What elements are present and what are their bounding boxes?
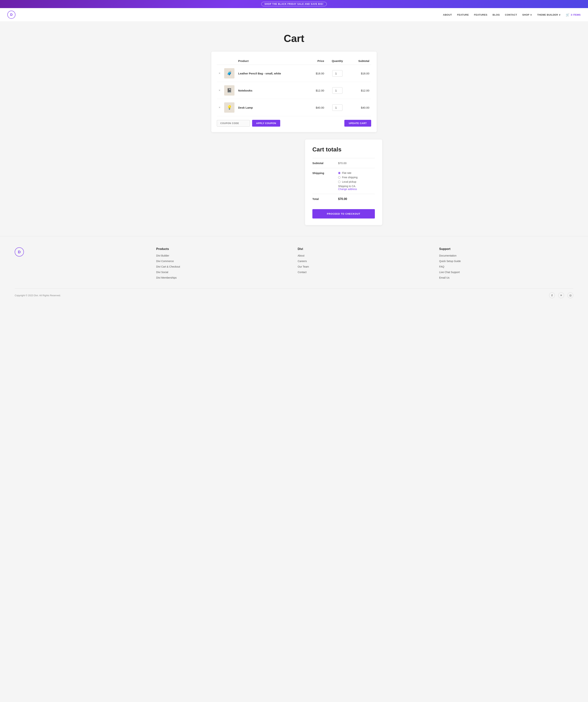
shipping-label: Shipping [312, 171, 338, 174]
footer-link[interactable]: About [298, 254, 305, 257]
quantity-input[interactable] [332, 87, 343, 94]
nav-blog[interactable]: BLOG [493, 13, 500, 16]
footer-col-divi: Divi AboutCareersOur TeamContact [298, 247, 432, 279]
remove-item-button[interactable]: × [219, 106, 220, 109]
remove-item-button[interactable]: × [219, 89, 220, 92]
col-price: Price [308, 57, 326, 65]
footer-link[interactable]: Our Team [298, 265, 309, 268]
logo[interactable]: D [7, 11, 15, 19]
cart-actions: APPLY COUPON UPDATE CART [217, 120, 371, 127]
footer-link[interactable]: FAQ [439, 265, 444, 268]
footer-link[interactable]: Careers [298, 260, 307, 263]
update-cart-button[interactable]: UPDATE CART [344, 120, 371, 127]
total-label: Total [312, 197, 338, 201]
list-item: Email Us [439, 276, 573, 279]
footer-link[interactable]: Divi Memberships [156, 276, 177, 279]
footer-link[interactable]: Divi Social [156, 271, 168, 274]
product-name-cell: Notebooks [236, 82, 308, 99]
thumb-cell: 📓 [222, 82, 236, 99]
nav-contact[interactable]: CONTACT [505, 13, 517, 16]
footer-link[interactable]: Documentation [439, 254, 456, 257]
list-item: FAQ [439, 265, 573, 268]
remove-cell: × [217, 65, 222, 82]
product-thumbnail: 🧳 [224, 68, 234, 79]
nav-features[interactable]: FEATURES [474, 13, 487, 16]
quantity-input[interactable] [332, 70, 343, 77]
footer-link[interactable]: Email Us [439, 276, 450, 279]
price-cell: $40.00 [308, 99, 326, 116]
totals-wrapper: Cart totals Subtotal $70.00 Shipping Fla… [202, 139, 386, 236]
list-item: Quick Setup Guide [439, 259, 573, 263]
cart-icon: 🛒 [566, 13, 570, 16]
col-remove [217, 57, 222, 65]
nav-feature[interactable]: FEATURE [457, 13, 469, 16]
footer-link[interactable]: Divi Cart & Checkout [156, 265, 180, 268]
footer-grid: D Products Divi BuilderDivi CommerceDivi… [15, 247, 573, 279]
price-cell: $12.00 [308, 82, 326, 99]
table-row: × 💡 Desk Lamp $40.00 $40.00 [217, 99, 371, 116]
subtotal-cell: $12.00 [349, 82, 371, 99]
product-name-cell: Desk Lamp [236, 99, 308, 116]
top-banner: SHOP THE BLACK FRIDAY SALE AND SAVE BIG! [0, 0, 588, 8]
cart-count: 3 ITEMS [571, 13, 581, 16]
shipping-radio-free[interactable] [338, 176, 341, 179]
total-row: Total $70.00 [312, 194, 375, 204]
nav-shop[interactable]: SHOP ∨ [522, 13, 532, 16]
footer-link[interactable]: Live Chat Support [439, 271, 460, 274]
shipping-options: Flat rate Free shipping Local pickup Shi… [338, 171, 358, 191]
product-thumbnail: 📓 [224, 85, 234, 96]
facebook-icon[interactable]: f [549, 292, 555, 298]
quantity-cell [326, 99, 349, 116]
list-item: Our Team [298, 265, 432, 268]
twitter-x-icon[interactable]: ✕ [558, 292, 564, 298]
shipping-radio-flat[interactable] [338, 172, 341, 174]
total-value: $70.00 [338, 197, 347, 201]
footer-link[interactable]: Divi Builder [156, 254, 169, 257]
shipping-option: Flat rate [338, 171, 358, 174]
apply-coupon-button[interactable]: APPLY COUPON [252, 120, 280, 127]
product-thumbnail: 💡 [224, 102, 234, 113]
table-row: × 📓 Notebooks $12.00 $12.00 [217, 82, 371, 99]
footer-col-support: Support DocumentationQuick Setup GuideFA… [439, 247, 573, 279]
nav-theme-builder[interactable]: THEME BUILDER ∨ [537, 13, 561, 16]
instagram-icon[interactable]: ◎ [567, 292, 573, 298]
footer-divi-title: Divi [298, 247, 432, 251]
subtotal-value: $70.00 [338, 161, 347, 165]
subtotal-label: Subtotal [312, 161, 338, 165]
footer-link[interactable]: Contact [298, 271, 307, 274]
footer-bottom: Copyright © 2023 Divi. All Rights Reserv… [15, 288, 573, 298]
subtotal-row: Subtotal $70.00 [312, 158, 375, 168]
social-icons: f ✕ ◎ [549, 292, 573, 298]
shipping-label-flat: Flat rate [342, 171, 351, 174]
nav-cart[interactable]: 🛒 3 ITEMS [566, 13, 581, 16]
coupon-input[interactable] [217, 120, 250, 127]
footer: D Products Divi BuilderDivi CommerceDivi… [0, 236, 588, 304]
footer-logo-circle[interactable]: D [15, 247, 24, 256]
product-name: Notebooks [238, 89, 252, 92]
quantity-input[interactable] [332, 104, 343, 111]
nav-about[interactable]: ABOUT [443, 13, 452, 16]
remove-item-button[interactable]: × [219, 72, 220, 75]
proceed-to-checkout-button[interactable]: PROCEED TO CHECKOUT [312, 209, 375, 219]
quantity-cell [326, 65, 349, 82]
footer-link[interactable]: Divi Commerce [156, 260, 174, 263]
col-quantity: Quantity [326, 57, 349, 65]
product-name-cell: Leather Pencil Bag - small, white [236, 65, 308, 82]
list-item: Divi Social [156, 270, 290, 274]
footer-col-products: Products Divi BuilderDivi CommerceDivi C… [156, 247, 290, 279]
cart-totals-box: Cart totals Subtotal $70.00 Shipping Fla… [305, 139, 382, 225]
subtotal-cell: $18.00 [349, 65, 371, 82]
coupon-group: APPLY COUPON [217, 120, 280, 127]
footer-link[interactable]: Quick Setup Guide [439, 260, 461, 263]
shipping-radio-local[interactable] [338, 181, 341, 183]
remove-cell: × [217, 82, 222, 99]
banner-text: SHOP THE BLACK FRIDAY SALE AND SAVE BIG! [261, 2, 327, 6]
list-item: About [298, 254, 432, 257]
change-address-link[interactable]: Change address [338, 188, 357, 191]
footer-copyright: Copyright © 2023 Divi. All Rights Reserv… [15, 294, 61, 297]
table-row: × 🧳 Leather Pencil Bag - small, white $1… [217, 65, 371, 82]
list-item: Live Chat Support [439, 270, 573, 274]
cart-table: Product Price Quantity Subtotal × [217, 57, 371, 116]
price-cell: $18.00 [308, 65, 326, 82]
cart-section: Product Price Quantity Subtotal × [202, 51, 386, 132]
